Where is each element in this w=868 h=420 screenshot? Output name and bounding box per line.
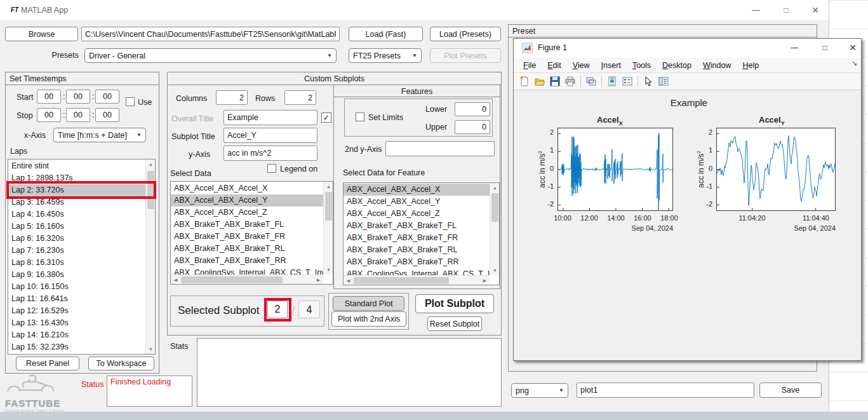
- scroll-right-icon[interactable]: ▶: [480, 276, 490, 285]
- list-item[interactable]: ABX_Accel_ABX_Accel_Y: [344, 196, 490, 208]
- scroll-down-icon[interactable]: ▼: [324, 265, 333, 274]
- list-item[interactable]: Lap 1: 2898.137s: [8, 172, 145, 184]
- list-item[interactable]: ABX_Accel_ABX_Accel_Y: [171, 194, 323, 207]
- stop-minute-field[interactable]: [66, 108, 90, 122]
- list-item[interactable]: ABX_BrakeT_ABX_BrakeT_RR: [171, 255, 323, 267]
- figure-close-button[interactable]: ✕: [845, 41, 860, 54]
- new-file-icon[interactable]: [518, 75, 531, 88]
- menu-desktop[interactable]: Desktop: [657, 61, 697, 70]
- scroll-up-icon[interactable]: ▲: [146, 159, 156, 169]
- xaxis-dropdown[interactable]: Time [h:m:s + Date] ▼: [53, 128, 146, 142]
- list-item[interactable]: Lap 11: 16.641s: [8, 293, 145, 305]
- list-item[interactable]: ABX_BrakeT_ABX_BrakeT_FL: [171, 219, 323, 231]
- laps-vscrollbar[interactable]: ▲ ▼: [145, 159, 155, 354]
- list-item[interactable]: Lap 15: 32.239s: [8, 341, 145, 353]
- legend-checkbox[interactable]: [267, 164, 276, 173]
- app-maximize-button[interactable]: □: [778, 4, 794, 17]
- link-plot-icon[interactable]: [585, 75, 598, 88]
- rows-field[interactable]: [284, 90, 316, 105]
- open-folder-icon[interactable]: [533, 75, 546, 88]
- menu-tools[interactable]: Tools: [627, 61, 657, 70]
- pointer-icon[interactable]: [642, 75, 655, 88]
- reset-panel-button[interactable]: Reset Panel: [16, 356, 79, 370]
- colorbar-icon[interactable]: [606, 75, 618, 88]
- app-close-button[interactable]: ✕: [808, 4, 823, 17]
- feature-data-vscrollbar[interactable]: ▲ ▼: [490, 183, 499, 275]
- use-checkbox[interactable]: [126, 97, 135, 106]
- load-presets-button[interactable]: Load (Presets): [430, 27, 501, 41]
- list-item[interactable]: ABX_Accel_ABX_Accel_Z: [171, 207, 323, 219]
- list-item[interactable]: Lap 2: 33.720s: [8, 184, 145, 196]
- scroll-up-icon[interactable]: ▲: [490, 183, 500, 193]
- print-icon[interactable]: [564, 75, 577, 88]
- save-button[interactable]: Save: [759, 383, 822, 398]
- list-item[interactable]: ABX_CoolingSys_Internal_ABX_CS_T_InvL: [171, 267, 323, 274]
- browse-button[interactable]: Browse: [5, 27, 78, 41]
- list-item[interactable]: Lap 16: 15.980s: [8, 353, 145, 355]
- select-data-listbox[interactable]: ABX_Accel_ABX_Accel_XABX_Accel_ABX_Accel…: [170, 181, 333, 285]
- start-second-field[interactable]: [95, 90, 119, 104]
- format-dropdown[interactable]: png ▼: [511, 383, 568, 398]
- scroll-left-icon[interactable]: ◀: [171, 275, 180, 285]
- list-item[interactable]: Lap 6: 16.320s: [8, 233, 145, 245]
- upper-field[interactable]: [455, 120, 490, 134]
- figure-maximize-button[interactable]: □: [817, 41, 832, 54]
- scroll-up-icon[interactable]: ▲: [324, 182, 333, 191]
- list-item[interactable]: ABX_BrakeT_ABX_BrakeT_RL: [344, 244, 490, 256]
- to-workspace-button[interactable]: To Workspace: [88, 356, 154, 370]
- list-item[interactable]: Lap 9: 16.380s: [8, 269, 145, 281]
- list-item[interactable]: Lap 3: 16.459s: [8, 196, 145, 208]
- scroll-right-icon[interactable]: ▶: [314, 275, 323, 285]
- second-yaxis-field[interactable]: [385, 141, 495, 156]
- list-item[interactable]: Lap 12: 16.529s: [8, 305, 145, 317]
- menu-file[interactable]: File: [517, 61, 542, 70]
- list-item[interactable]: Lap 5: 16.160s: [8, 220, 145, 233]
- scroll-down-icon[interactable]: ▼: [146, 344, 156, 354]
- menu-view[interactable]: View: [567, 61, 596, 70]
- list-item[interactable]: ABX_BrakeT_ABX_BrakeT_RR: [344, 256, 490, 268]
- subplot-title-field[interactable]: [224, 128, 317, 143]
- reset-subplot-button[interactable]: Reset Subplot: [427, 316, 482, 331]
- stop-second-field[interactable]: [95, 108, 119, 122]
- menu-window[interactable]: Window: [697, 61, 737, 70]
- list-item[interactable]: ABX_Accel_ABX_Accel_X: [344, 184, 490, 196]
- list-item[interactable]: Lap 7: 16.230s: [8, 245, 145, 257]
- menu-help[interactable]: Help: [737, 61, 765, 70]
- overall-title-checkbox[interactable]: ✓: [321, 112, 331, 123]
- overall-title-field[interactable]: [224, 110, 317, 125]
- list-item[interactable]: Lap 10: 16.150s: [8, 281, 145, 293]
- list-item[interactable]: ABX_BrakeT_ABX_BrakeT_FL: [344, 220, 490, 232]
- feature-data-listbox[interactable]: ABX_Accel_ABX_Accel_XABX_Accel_ABX_Accel…: [343, 182, 500, 285]
- set-limits-checkbox[interactable]: [356, 112, 364, 121]
- columns-field[interactable]: [216, 90, 248, 105]
- start-hour-field[interactable]: [37, 90, 61, 104]
- save-icon[interactable]: [549, 75, 561, 88]
- plot-subplot-button[interactable]: Plot Subplot: [415, 294, 494, 313]
- list-item[interactable]: Lap 4: 16.450s: [8, 208, 145, 220]
- select-data-hscrollbar[interactable]: ◀ ▶: [171, 274, 323, 284]
- app-minimize-button[interactable]: —: [748, 4, 763, 17]
- menu-edit[interactable]: Edit: [542, 61, 567, 70]
- list-item[interactable]: ABX_BrakeT_ABX_BrakeT_FR: [171, 231, 323, 243]
- start-minute-field[interactable]: [66, 90, 90, 104]
- figure-minimize-button[interactable]: —: [787, 41, 802, 54]
- list-item[interactable]: ABX_Accel_ABX_Accel_X: [171, 182, 323, 194]
- list-item[interactable]: ABX_CoolingSys_Internal_ABX_CS_T_InvL: [344, 268, 490, 275]
- ft25-presets-dropdown[interactable]: FT25 Presets ▼: [349, 48, 422, 63]
- list-item[interactable]: ABX_BrakeT_ABX_BrakeT_FR: [344, 232, 490, 244]
- list-item[interactable]: Lap 13: 16.430s: [8, 317, 145, 329]
- scroll-down-icon[interactable]: ▼: [490, 266, 500, 275]
- select-data-vscrollbar[interactable]: ▲ ▼: [323, 182, 333, 274]
- yaxis-field[interactable]: [224, 146, 317, 161]
- list-item[interactable]: ABX_BrakeT_ABX_BrakeT_RL: [171, 243, 323, 255]
- plot-browser-icon[interactable]: [657, 75, 670, 88]
- list-item[interactable]: Entire stint: [8, 160, 145, 172]
- filename-field[interactable]: [577, 383, 754, 398]
- legend-icon[interactable]: [621, 75, 634, 88]
- presets-dropdown[interactable]: Driver - General ▼: [84, 48, 337, 63]
- list-item[interactable]: Lap 14: 16.210s: [8, 329, 145, 341]
- plot-2nd-axis-button[interactable]: Plot with 2nd Axis: [331, 311, 406, 327]
- stop-hour-field[interactable]: [37, 108, 61, 122]
- plot-presets-button[interactable]: Plot Presets: [430, 48, 501, 63]
- laps-listbox[interactable]: Entire stintLap 1: 2898.137sLap 2: 33.72…: [8, 159, 156, 355]
